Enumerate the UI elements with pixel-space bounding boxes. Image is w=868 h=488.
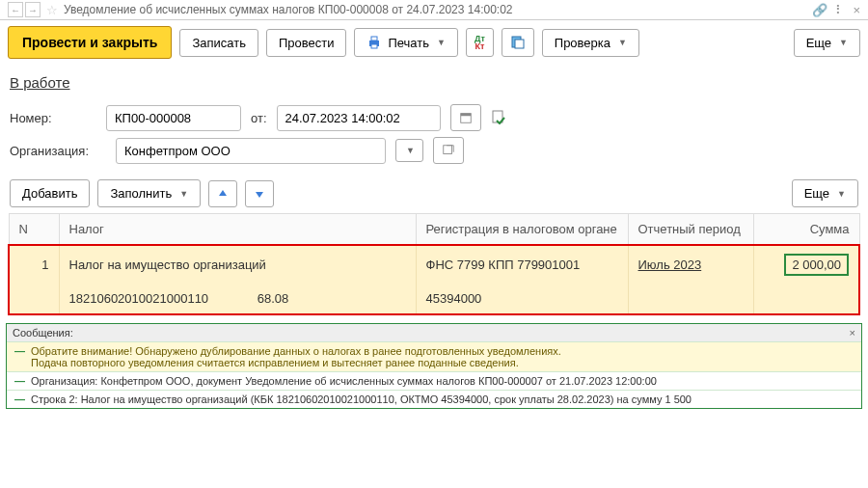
cell-kbk: 18210602010021000110 bbox=[69, 291, 209, 306]
nav-fwd-icon[interactable]: → bbox=[25, 2, 41, 17]
status-link[interactable]: В работе bbox=[10, 70, 858, 98]
main-toolbar: Провести и закрыть Записать Провести Печ… bbox=[0, 20, 868, 65]
cell-reg: ФНС 7799 КПП 779901001 bbox=[416, 245, 628, 284]
table-row[interactable]: 18210602010021000110 68.08 45394000 bbox=[9, 284, 859, 314]
cell-tax: Налог на имущество организаций bbox=[59, 245, 416, 284]
link-icon[interactable]: 🔗 bbox=[812, 3, 827, 17]
svg-rect-8 bbox=[444, 146, 452, 154]
table-more-button[interactable]: Еще▼ bbox=[792, 179, 858, 207]
col-sum[interactable]: Сумма bbox=[753, 214, 859, 246]
number-label: Номер: bbox=[10, 111, 96, 125]
post-button[interactable]: Провести bbox=[266, 29, 347, 57]
favorite-icon[interactable]: ☆ bbox=[46, 3, 58, 17]
dtkt-icon: ДтКт bbox=[475, 35, 485, 50]
message-item[interactable]: —Организация: Конфетпром ООО, документ У… bbox=[7, 371, 861, 390]
svg-rect-6 bbox=[460, 114, 471, 117]
message-item[interactable]: —Обратите внимание! Обнаружено дублирова… bbox=[7, 341, 861, 371]
post-and-close-button[interactable]: Провести и закрыть bbox=[8, 26, 172, 59]
message-item[interactable]: —Строка 2: Налог на имущество организаци… bbox=[7, 390, 861, 408]
move-up-button[interactable] bbox=[208, 180, 237, 207]
svg-rect-1 bbox=[371, 37, 377, 41]
caret-down-icon: ▼ bbox=[837, 189, 846, 199]
status-ok-icon bbox=[491, 109, 506, 127]
open-icon bbox=[442, 144, 455, 157]
more-button[interactable]: Еще▼ bbox=[794, 29, 860, 57]
cell-sum[interactable]: 2 000,00 bbox=[753, 245, 859, 284]
org-open-button[interactable] bbox=[433, 137, 464, 164]
arrow-down-icon bbox=[254, 188, 265, 200]
messages-panel: Сообщения:× —Обратите внимание! Обнаруже… bbox=[6, 323, 862, 409]
print-button[interactable]: Печать▼ bbox=[354, 28, 458, 57]
nav-back-icon[interactable]: ← bbox=[8, 2, 23, 17]
date-input[interactable] bbox=[277, 105, 441, 131]
svg-rect-2 bbox=[371, 44, 377, 48]
add-row-button[interactable]: Добавить bbox=[10, 179, 90, 207]
calendar-button[interactable] bbox=[450, 104, 481, 131]
number-input[interactable] bbox=[106, 105, 241, 131]
col-reg[interactable]: Регистрация в налоговом органе bbox=[416, 214, 628, 246]
cell-n: 1 bbox=[9, 245, 59, 284]
cell-code: 68.08 bbox=[258, 291, 289, 306]
col-n[interactable]: N bbox=[9, 214, 59, 246]
col-period[interactable]: Отчетный период bbox=[628, 214, 753, 246]
from-label: от: bbox=[251, 111, 267, 125]
check-button[interactable]: Проверка▼ bbox=[542, 29, 639, 57]
caret-down-icon: ▼ bbox=[406, 146, 415, 155]
cell-oktmo: 45394000 bbox=[416, 284, 628, 314]
caret-down-icon: ▼ bbox=[437, 38, 446, 47]
caret-down-icon: ▼ bbox=[179, 189, 188, 199]
attach-button[interactable] bbox=[502, 28, 534, 57]
calendar-icon bbox=[459, 111, 473, 124]
pin-icon[interactable]: ⠇ bbox=[835, 3, 845, 17]
fill-button[interactable]: Заполнить ▼ bbox=[97, 179, 201, 207]
printer-icon bbox=[366, 35, 382, 50]
col-tax[interactable]: Налог bbox=[59, 214, 416, 246]
org-input[interactable] bbox=[116, 138, 386, 164]
org-dropdown-button[interactable]: ▼ bbox=[395, 139, 423, 162]
table-toolbar: Добавить Заполнить ▼ Еще▼ bbox=[0, 176, 868, 211]
titlebar: ← → ☆ Уведомление об исчисленных суммах … bbox=[0, 0, 868, 20]
caret-down-icon: ▼ bbox=[618, 38, 627, 47]
dtkt-button[interactable]: ДтКт bbox=[466, 28, 494, 57]
table-row[interactable]: 1 Налог на имущество организаций ФНС 779… bbox=[9, 245, 859, 284]
svg-rect-4 bbox=[515, 40, 524, 48]
arrow-up-icon bbox=[217, 188, 229, 200]
tax-table: N Налог Регистрация в налоговом органе О… bbox=[8, 213, 860, 315]
close-icon[interactable]: × bbox=[853, 3, 860, 17]
cell-period[interactable]: Июль 2023 bbox=[628, 245, 753, 284]
save-button[interactable]: Записать bbox=[179, 29, 258, 57]
messages-header: Сообщения: bbox=[13, 327, 73, 339]
org-label: Организация: bbox=[10, 144, 106, 158]
caret-down-icon: ▼ bbox=[839, 38, 848, 47]
messages-close-icon[interactable]: × bbox=[850, 327, 855, 339]
window-title: Уведомление об исчисленных суммах налого… bbox=[64, 3, 812, 16]
move-down-button[interactable] bbox=[245, 180, 274, 207]
attachment-icon bbox=[510, 35, 526, 50]
